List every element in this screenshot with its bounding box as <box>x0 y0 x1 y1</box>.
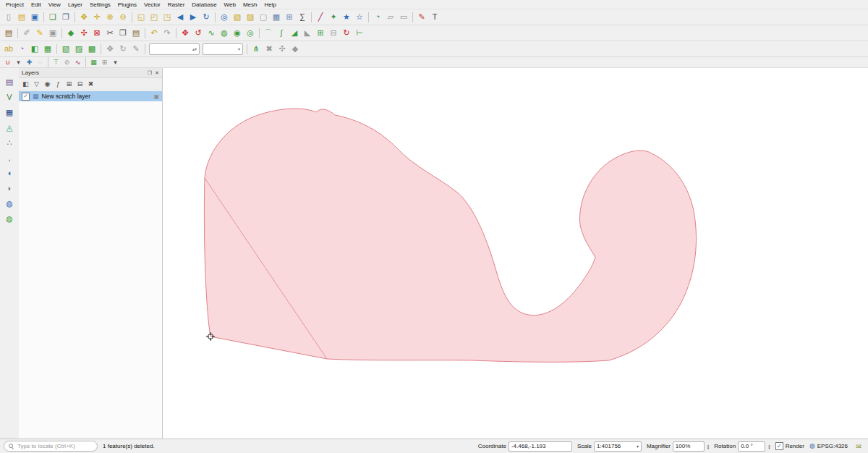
add-mesh-layer-button[interactable]: ◬ <box>3 121 16 134</box>
undo-button[interactable]: ↶ <box>148 27 161 40</box>
menu-layer[interactable]: Layer <box>64 1 86 8</box>
show-layout-manager-button[interactable]: ▭ <box>397 11 410 24</box>
reshape-features-button[interactable]: ∫ <box>275 27 288 40</box>
move-label-button[interactable]: ✥ <box>103 43 116 56</box>
select-features-button[interactable]: ▧ <box>231 11 244 24</box>
menu-help[interactable]: Help <box>260 1 279 8</box>
refresh-map-button[interactable]: ↻ <box>200 11 213 24</box>
pan-to-selection-button[interactable]: ✛ <box>90 11 103 24</box>
identify-features-button[interactable]: ◎ <box>218 11 231 24</box>
enable-snapping-button[interactable]: ∪ <box>2 58 13 67</box>
topological-editing-button[interactable]: ⊤ <box>51 58 61 67</box>
messages-button[interactable]: ✉ <box>853 441 864 452</box>
filter-legend-button[interactable]: ▽ <box>31 79 42 89</box>
move-feature-button[interactable]: ✥ <box>179 27 192 40</box>
zoom-full-button[interactable]: ◱ <box>135 11 148 24</box>
select-by-expression-button[interactable]: ▨ <box>244 11 257 24</box>
add-delimited-text-layer-button[interactable]: , <box>3 151 16 164</box>
symbol-units-combo[interactable]: ▾ <box>203 43 243 55</box>
trim-extend-button[interactable]: ⊢ <box>353 27 366 40</box>
memory-layer-indicator-icon[interactable]: ▣ <box>153 93 159 100</box>
coordinate-value[interactable]: -4.468,-1.193 <box>509 441 572 452</box>
tracing-button[interactable]: ∿ <box>72 58 83 67</box>
new-print-layout-button[interactable]: ▱ <box>384 11 397 24</box>
panel-float-button[interactable]: ❐ <box>148 70 152 76</box>
open-attribute-table-button[interactable]: ▦ <box>270 11 283 24</box>
menu-mesh[interactable]: Mesh <box>239 1 261 8</box>
split-parts-button[interactable]: ◣ <box>301 27 314 40</box>
clear-unplaced-labels-button[interactable]: ✖ <box>263 43 276 56</box>
zoom-to-layer-button[interactable]: ◳ <box>161 11 174 24</box>
fill-ring-button[interactable]: ◎ <box>244 27 257 40</box>
scale-combo[interactable]: 1:401756 ▾ <box>594 441 642 452</box>
save-layer-edits-button[interactable]: ▣ <box>46 27 59 40</box>
toggle-editing-button[interactable]: ✎ <box>33 27 46 40</box>
measure-line-button[interactable]: ╱ <box>314 11 327 24</box>
expand-all-button[interactable]: ⊞ <box>64 79 75 89</box>
menu-edit[interactable]: Edit <box>27 1 45 8</box>
advanced-digitizing-dropdown-button[interactable]: ▾ <box>110 58 121 67</box>
rotate-feature-button[interactable]: ↺ <box>192 27 205 40</box>
snapping-mode-dropdown-button[interactable]: ▾ <box>13 58 24 67</box>
layer-labeling-button[interactable]: ab <box>2 43 15 56</box>
zoom-to-selection-button[interactable]: ◰ <box>148 11 161 24</box>
simplify-feature-button[interactable]: ∿ <box>205 27 218 40</box>
deselect-features-button[interactable]: ▢ <box>257 11 270 24</box>
add-spatialite-layer-button[interactable]: ◗ <box>3 182 16 195</box>
avoid-overlap-button[interactable]: ⊘ <box>61 58 72 67</box>
zoom-next-button[interactable]: ▶ <box>187 11 200 24</box>
add-wfs-layer-button[interactable]: ◍ <box>3 212 16 225</box>
split-features-button[interactable]: ◢ <box>288 27 301 40</box>
annotation-button[interactable]: ✎ <box>415 11 428 24</box>
save-project-button[interactable]: ▣ <box>28 11 41 24</box>
magnifier-spinner[interactable]: ▴▾ <box>707 444 710 449</box>
new-spatial-bookmark-button[interactable]: ★ <box>340 11 353 24</box>
crs-status[interactable]: ◍ EPSG:4326 <box>809 443 848 449</box>
rotate-label-button[interactable]: ↻ <box>116 43 129 56</box>
grid-toggle-button[interactable]: ⊞ <box>99 58 110 67</box>
manage-map-themes-button[interactable]: ◉ <box>42 79 53 89</box>
filter-by-expression-button[interactable]: ƒ <box>53 79 64 89</box>
new-3d-map-view-button[interactable]: ❐ <box>59 11 72 24</box>
grid-display-button[interactable]: ▦ <box>88 58 99 67</box>
merge-features-button[interactable]: ⊞ <box>314 27 327 40</box>
open-data-source-manager-side-button[interactable]: ▤ <box>3 75 16 88</box>
remove-layer-group-button[interactable]: ✖ <box>85 79 96 89</box>
panel-close-button[interactable]: ✕ <box>155 70 159 76</box>
add-wms-layer-button[interactable]: ◍ <box>3 197 16 210</box>
select-within-button[interactable]: ▨ <box>72 43 85 56</box>
merge-attributes-button[interactable]: ⊟ <box>327 27 340 40</box>
geometry-checker-button[interactable]: ⋔ <box>250 43 263 56</box>
mesh-digitizing-button[interactable]: ◆ <box>289 43 302 56</box>
delete-selected-button[interactable]: ⊠ <box>90 27 103 40</box>
magnifier-value[interactable]: 100% <box>673 441 705 452</box>
zoom-in-button[interactable]: ⊕ <box>103 11 116 24</box>
add-part-button[interactable]: ◉ <box>231 27 244 40</box>
menu-vector[interactable]: Vector <box>140 1 164 8</box>
add-polygon-feature-button[interactable]: ◆ <box>64 27 77 40</box>
statistical-summary-button[interactable]: ∑ <box>296 11 309 24</box>
add-point-cloud-layer-button[interactable]: ∴ <box>3 136 16 149</box>
topology-checker-button[interactable]: ✣ <box>276 43 289 56</box>
menu-settings[interactable]: Settings <box>86 1 114 8</box>
menu-web[interactable]: Web <box>221 1 239 8</box>
open-data-source-manager-button[interactable]: ▤ <box>2 27 15 40</box>
select-by-location-button[interactable]: ▧ <box>59 43 72 56</box>
rotation-value[interactable]: 0.0 ° <box>738 441 765 452</box>
locate-input[interactable]: Type to locate (Ctrl+K) <box>4 441 98 452</box>
redo-button[interactable]: ↷ <box>161 27 174 40</box>
map-theme-button[interactable]: ◧ <box>28 43 41 56</box>
pan-map-button[interactable]: ✥ <box>77 11 90 24</box>
collapse-all-button[interactable]: ⊟ <box>75 79 85 89</box>
snap-on-intersections-button[interactable]: ✚ <box>24 58 35 67</box>
current-edits-button[interactable]: ✐ <box>20 27 33 40</box>
random-selection-button[interactable]: ▩ <box>85 43 98 56</box>
menu-view[interactable]: View <box>45 1 64 8</box>
new-project-button[interactable]: ▯ <box>2 11 15 24</box>
show-spatial-bookmarks-button[interactable]: ☆ <box>353 11 366 24</box>
menu-plugins[interactable]: Plugins <box>114 1 140 8</box>
menu-raster[interactable]: Raster <box>164 1 189 8</box>
add-raster-layer-button[interactable]: ▦ <box>3 106 16 119</box>
render-checkbox[interactable] <box>775 442 783 450</box>
open-project-button[interactable]: ▤ <box>15 11 28 24</box>
